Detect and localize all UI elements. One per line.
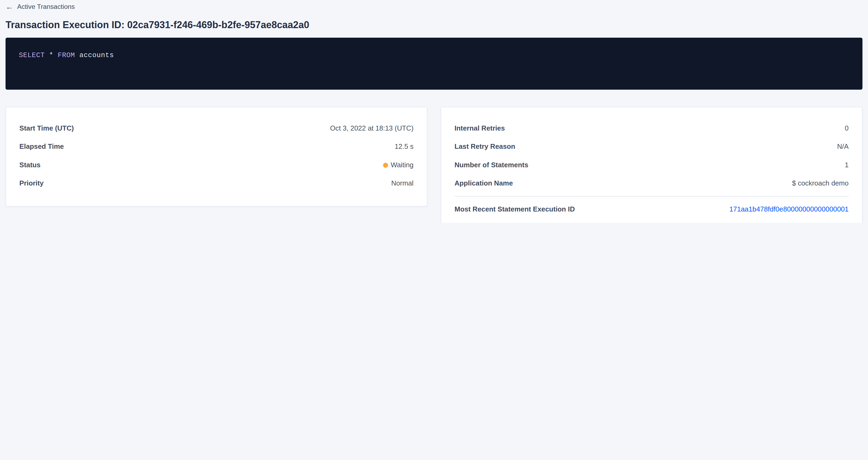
summary-row-start-time: Start Time (UTC) Oct 3, 2022 at 18:13 (U… — [19, 120, 413, 138]
row-label: Elapsed Time — [19, 142, 64, 152]
row-label: Most Recent Statement Execution ID — [454, 205, 575, 214]
back-arrow-icon: ← — [6, 3, 13, 10]
row-label: Start Time (UTC) — [19, 124, 74, 133]
details-card: Internal Retries 0 Last Retry Reason N/A… — [441, 107, 863, 223]
row-label: Status — [19, 160, 40, 170]
row-value: Oct 3, 2022 at 18:13 (UTC) — [330, 124, 413, 133]
row-label: Last Retry Reason — [454, 142, 515, 152]
row-label: Internal Retries — [454, 124, 505, 133]
details-row-internal-retries: Internal Retries 0 — [454, 120, 848, 138]
back-link-active-transactions[interactable]: ← Active Transactions — [6, 0, 75, 10]
row-value: 12.5 s — [395, 142, 413, 152]
sql-operator: * — [49, 52, 53, 59]
details-row-statement-execution-id: Most Recent Statement Execution ID 171aa… — [454, 201, 848, 219]
back-link-label: Active Transactions — [17, 3, 75, 10]
details-row-last-retry-reason: Last Retry Reason N/A — [454, 138, 848, 156]
card-divider — [454, 196, 848, 196]
row-label: Priority — [19, 179, 43, 188]
status-text: Waiting — [391, 160, 413, 170]
row-value: 1 — [845, 160, 848, 170]
summary-row-priority: Priority Normal — [19, 174, 413, 192]
details-row-session-id: Session ID 171aa122-c092-54b8-0000-00000… — [454, 219, 848, 223]
sql-table-name: accounts — [79, 52, 114, 59]
details-row-application-name: Application Name $ cockroach demo — [454, 174, 848, 192]
sql-keyword: SELECT — [19, 52, 45, 59]
row-value: Normal — [391, 179, 413, 188]
status-badge: Waiting — [383, 160, 414, 170]
row-value: N/A — [837, 142, 849, 152]
status-dot-waiting-icon — [383, 163, 388, 168]
sql-statement: SELECT * FROM accounts — [19, 52, 114, 59]
row-value: 0 — [845, 124, 848, 133]
row-label: Application Name — [454, 179, 513, 188]
summary-row-status: Status Waiting — [19, 156, 413, 174]
page-title: Transaction Execution ID: 02ca7931-f246-… — [6, 19, 863, 31]
row-value: $ cockroach demo — [792, 179, 849, 188]
sql-statement-viewer: SELECT * FROM accounts — [6, 37, 863, 90]
sql-keyword: FROM — [58, 52, 75, 59]
details-row-number-of-statements: Number of Statements 1 — [454, 156, 848, 174]
transaction-details-page: ← Active Transactions Transaction Execut… — [0, 0, 868, 223]
statement-execution-id-link[interactable]: 171aa1b478fdf0e80000000000000001 — [730, 205, 849, 214]
row-label: Number of Statements — [454, 160, 528, 170]
summary-card: Start Time (UTC) Oct 3, 2022 at 18:13 (U… — [6, 107, 428, 207]
summary-row-elapsed-time: Elapsed Time 12.5 s — [19, 138, 413, 156]
